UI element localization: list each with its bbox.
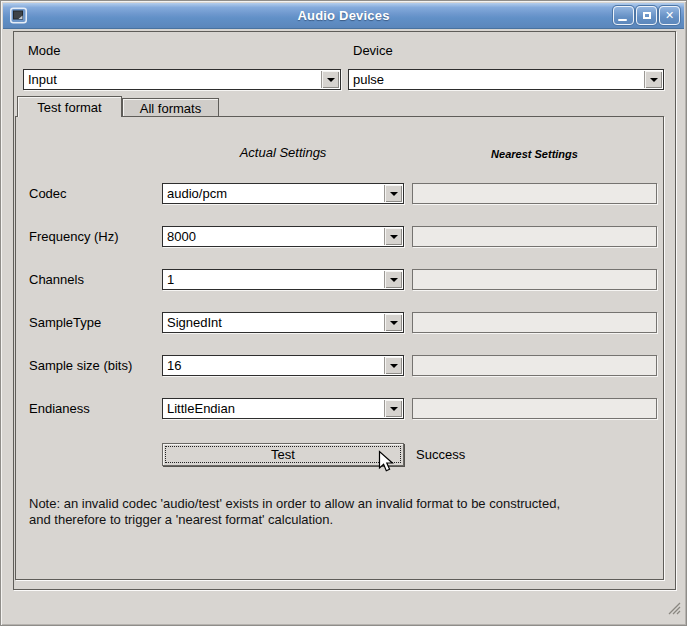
frequency-dropdown-value: 8000	[167, 229, 383, 244]
sampletype-nearest-field	[412, 312, 657, 333]
dropdown-arrow-icon	[644, 71, 662, 88]
frequency-label: Frequency (Hz)	[29, 229, 119, 244]
tab-test-format[interactable]: Test format	[17, 96, 122, 117]
window-controls: ✕	[613, 6, 680, 25]
nearest-settings-header: Nearest Settings	[412, 148, 657, 160]
maximize-icon	[643, 12, 651, 19]
channels-label: Channels	[29, 272, 84, 287]
endianess-label: Endianess	[29, 401, 90, 416]
test-button[interactable]: Test	[162, 443, 404, 466]
dropdown-arrow-icon	[321, 71, 339, 88]
actual-settings-header: Actual Settings	[162, 145, 404, 160]
minimize-icon	[618, 19, 627, 21]
close-icon: ✕	[665, 10, 674, 21]
format-row-codec: Codec audio/pcm	[16, 183, 663, 204]
channels-nearest-field	[412, 269, 657, 290]
sampletype-label: SampleType	[29, 315, 101, 330]
note-line: Note: an invalid codec 'audio/test' exis…	[29, 496, 654, 512]
mode-dropdown-value: Input	[28, 72, 320, 87]
samplesize-nearest-field	[412, 355, 657, 376]
format-row-endianess: Endianess LittleEndian	[16, 398, 663, 419]
tab-all-formats[interactable]: All formats	[122, 98, 219, 116]
codec-dropdown-value: audio/pcm	[167, 186, 383, 201]
samplesize-label: Sample size (bits)	[29, 358, 132, 373]
samplesize-dropdown[interactable]: 16	[162, 355, 404, 376]
minimize-button[interactable]	[613, 6, 634, 25]
frequency-dropdown[interactable]: 8000	[162, 226, 404, 247]
dropdown-arrow-icon	[384, 400, 402, 417]
codec-dropdown[interactable]: audio/pcm	[162, 183, 404, 204]
format-row-samplesize: Sample size (bits) 16	[16, 355, 663, 376]
window-title: Audio Devices	[3, 8, 684, 23]
dropdown-arrow-icon	[384, 228, 402, 245]
note-line: and therefore to trigger a 'nearest form…	[29, 512, 654, 528]
audio-devices-window: Audio Devices ✕ Mode Input Device pulse …	[0, 0, 687, 626]
channels-dropdown[interactable]: 1	[162, 269, 404, 290]
dropdown-arrow-icon	[384, 185, 402, 202]
format-row-channels: Channels 1	[16, 269, 663, 290]
resize-grip-icon[interactable]	[668, 602, 681, 618]
title-bar: Audio Devices ✕	[3, 3, 684, 29]
dropdown-arrow-icon	[384, 271, 402, 288]
format-row-sampletype: SampleType SignedInt	[16, 312, 663, 333]
samplesize-dropdown-value: 16	[167, 358, 383, 373]
maximize-button[interactable]	[636, 6, 657, 25]
codec-nearest-field	[412, 183, 657, 204]
dropdown-arrow-icon	[384, 314, 402, 331]
endianess-dropdown[interactable]: LittleEndian	[162, 398, 404, 419]
format-row-frequency: Frequency (Hz) 8000	[16, 226, 663, 247]
test-format-panel: Actual Settings Nearest Settings Codec a…	[15, 116, 664, 580]
device-dropdown-value: pulse	[353, 72, 643, 87]
mode-label: Mode	[28, 43, 61, 58]
dropdown-arrow-icon	[384, 357, 402, 374]
endianess-nearest-field	[412, 398, 657, 419]
codec-label: Codec	[29, 186, 67, 201]
device-dropdown[interactable]: pulse	[348, 69, 664, 90]
sampletype-dropdown[interactable]: SignedInt	[162, 312, 404, 333]
window-menu-icon[interactable]	[10, 7, 27, 24]
mode-dropdown[interactable]: Input	[23, 69, 341, 90]
channels-dropdown-value: 1	[167, 272, 383, 287]
endianess-dropdown-value: LittleEndian	[167, 401, 383, 416]
sampletype-dropdown-value: SignedInt	[167, 315, 383, 330]
status-text: Success	[416, 447, 465, 462]
close-button[interactable]: ✕	[659, 6, 680, 25]
note-text: Note: an invalid codec 'audio/test' exis…	[29, 496, 654, 528]
device-label: Device	[353, 43, 393, 58]
frequency-nearest-field	[412, 226, 657, 247]
